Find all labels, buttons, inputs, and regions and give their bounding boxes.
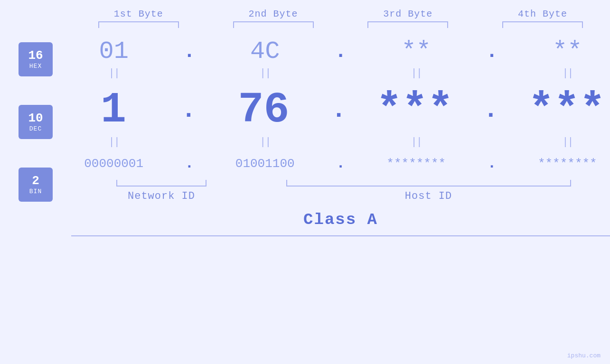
bin-row: 00000001 . 01001100 . ******** . *******… [71, 155, 610, 172]
dec-byte3: *** [376, 86, 453, 134]
network-id-label: Network ID [128, 190, 195, 202]
host-id-bracket: Host ID [247, 180, 610, 202]
bin-badge: 2 BIN [19, 168, 53, 202]
bracket-line-4 [502, 21, 583, 28]
dec-badge-label: DEC [29, 125, 42, 132]
class-row: Class A [71, 211, 610, 236]
bin-byte4: ******** [530, 157, 605, 171]
hex-dot-2: . [303, 40, 378, 63]
main-area: 16 HEX 10 DEC 2 BIN 01 . 4C . ** . ** [0, 28, 610, 364]
network-id-bracket: Network ID [76, 180, 247, 202]
hex-byte2: 4C [227, 37, 303, 65]
bracket-line-2 [233, 21, 314, 28]
bin-byte2: 01001100 [227, 157, 303, 171]
bin-dot-2: . [303, 155, 378, 172]
hex-row: 01 . 4C . ** . ** [71, 37, 610, 65]
hex-dot-1: . [151, 40, 227, 63]
bin-badge-number: 2 [32, 174, 39, 188]
equals-5: || [76, 136, 151, 148]
bracket-cell-2 [206, 21, 341, 28]
hex-dot-3: . [454, 40, 529, 63]
hex-byte4: ** [530, 37, 605, 65]
host-id-label: Host ID [405, 190, 452, 202]
byte2-header: 2nd Byte [206, 9, 341, 19]
equals-space-6 [454, 136, 529, 148]
byte3-header: 3rd Byte [341, 9, 476, 19]
equals-row-2: || || || || [71, 136, 610, 148]
bin-badge-label: BIN [29, 188, 42, 195]
footer: ipshu.com [567, 352, 601, 359]
equals-space-2 [303, 67, 378, 79]
equals-1: || [76, 67, 151, 79]
bracket-cell-3 [341, 21, 476, 28]
equals-4: || [530, 67, 605, 79]
network-bracket-line [116, 180, 206, 187]
bracket-line-1 [98, 21, 179, 28]
dec-dot-2: . [301, 96, 376, 124]
bin-byte3: ******** [378, 157, 454, 171]
equals-space-3 [454, 67, 529, 79]
dec-dot-3: . [453, 96, 528, 124]
bracket-cell-1 [71, 21, 206, 28]
equals-7: || [378, 136, 454, 148]
bin-dot-3: . [454, 155, 529, 172]
dec-byte4: *** [528, 86, 605, 134]
dec-byte2: 76 [226, 86, 301, 134]
equals-2: || [227, 67, 303, 79]
equals-space-5 [303, 136, 378, 148]
dec-row: 1 . 76 . *** . *** [71, 86, 610, 134]
dec-byte1: 1 [76, 86, 151, 134]
dec-badge-number: 10 [28, 112, 43, 125]
dec-badge: 10 DEC [19, 105, 53, 139]
equals-space-4 [151, 136, 227, 148]
hex-badge-label: HEX [29, 63, 42, 70]
top-brackets-row [71, 21, 610, 28]
hex-badge: 16 HEX [19, 42, 53, 76]
bottom-brackets-area: Network ID Host ID [76, 180, 610, 202]
badges-column: 16 HEX 10 DEC 2 BIN [0, 28, 71, 202]
header-row: 1st Byte 2nd Byte 3rd Byte 4th Byte [0, 0, 610, 19]
hex-byte3: ** [378, 37, 454, 65]
hex-byte1: 01 [76, 37, 151, 65]
equals-6: || [227, 136, 303, 148]
bottom-section: Network ID Host ID Class A [71, 177, 610, 236]
footer-text: ipshu.com [567, 352, 601, 359]
host-bracket-line [286, 180, 571, 187]
main-container: 1st Byte 2nd Byte 3rd Byte 4th Byte 16 H… [0, 0, 610, 364]
byte1-header: 1st Byte [71, 9, 206, 19]
bracket-line-3 [367, 21, 448, 28]
hex-badge-number: 16 [28, 49, 43, 63]
bin-byte1: 00000001 [76, 157, 151, 171]
equals-space-1 [151, 67, 227, 79]
byte4-header: 4th Byte [475, 9, 610, 19]
dec-dot-1: . [151, 96, 226, 124]
bracket-cell-4 [475, 21, 610, 28]
data-columns: 01 . 4C . ** . ** || || || || 1 . [71, 28, 610, 236]
equals-3: || [378, 67, 454, 79]
bin-dot-1: . [151, 155, 227, 172]
equals-8: || [530, 136, 605, 148]
equals-row-1: || || || || [71, 67, 610, 79]
class-label: Class A [71, 211, 610, 229]
